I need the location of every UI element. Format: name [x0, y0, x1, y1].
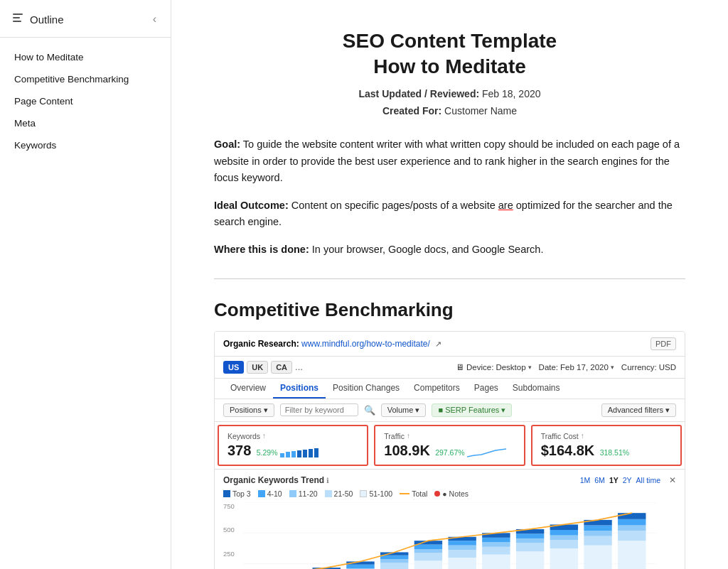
svg-rect-69: [618, 531, 646, 541]
legend-11-20: 11-20: [289, 489, 318, 498]
doc-title-line2: How to Meditate: [214, 54, 685, 80]
time-range-all[interactable]: All time: [636, 476, 660, 484]
volume-button[interactable]: Volume ▾: [381, 403, 427, 417]
y-label-500: 500: [223, 526, 235, 533]
positions-filter-button[interactable]: Positions ▾: [223, 403, 274, 417]
legend-11-20-label: 11-20: [299, 489, 318, 498]
positions-label: Positions ▾: [230, 406, 268, 415]
sidebar-item-page-content[interactable]: Page Content: [0, 90, 171, 112]
competitive-benchmarking-title: Competitive Benchmarking: [214, 299, 685, 321]
or-header: Organic Research: www.mindful.org/how-to…: [215, 332, 685, 357]
time-range-6m[interactable]: 6M: [594, 476, 605, 484]
svg-rect-8: [309, 449, 313, 457]
kpi-traffic-cost: Traffic Cost ↑ $164.8K 318.51%: [531, 425, 682, 466]
organic-research-url[interactable]: www.mindful.org/how-to-meditate/: [301, 339, 430, 349]
svg-rect-64: [584, 536, 611, 545]
doc-header: SEO Content Template How to Meditate Las…: [214, 28, 685, 119]
advanced-filters-button[interactable]: Advanced filters ▾: [601, 403, 676, 417]
kpi-traffic-cost-info: ↑: [581, 432, 584, 440]
svg-rect-71: [618, 519, 646, 525]
date-dropdown-arrow: ▾: [611, 364, 614, 371]
device-value: Desktop: [496, 363, 525, 372]
currency-selector: Currency: USD: [621, 363, 676, 372]
kpi-traffic-cost-value-row: $164.8K 318.51%: [541, 442, 672, 459]
kpi-traffic-label: Traffic ↑: [384, 432, 515, 440]
sidebar-item-meta[interactable]: Meta: [0, 112, 171, 134]
chart-title-row: Organic Keywords Trend ℹ 1M 6M 1Y 2Y All…: [223, 475, 676, 485]
svg-rect-72: [618, 513, 646, 519]
pdf-button[interactable]: PDF: [651, 337, 676, 350]
date-label: Date:: [539, 363, 559, 372]
time-range-1m[interactable]: 1M: [580, 476, 591, 484]
sidebar: Outline ‹ How to Meditate Competitive Be…: [0, 0, 171, 569]
date-value: Feb 17, 2020: [560, 363, 609, 372]
svg-rect-0: [13, 13, 23, 15]
y-axis-labels: 750 500 250 0: [223, 502, 235, 570]
chart-container: 750 500 250 0: [223, 502, 676, 570]
sidebar-collapse-button[interactable]: ‹: [150, 11, 159, 27]
sidebar-item-how-to-meditate[interactable]: How to Meditate: [0, 46, 171, 68]
tab-subdomains[interactable]: Subdomains: [505, 379, 567, 399]
svg-rect-3: [280, 453, 284, 457]
time-range-1y[interactable]: 1Y: [609, 476, 619, 484]
serp-features-button[interactable]: ■ SERP Features ▾: [432, 403, 512, 417]
tab-competitors[interactable]: Competitors: [407, 379, 467, 399]
outline-icon: [11, 11, 24, 27]
where-paragraph: Where this is done: In your browser, Goo…: [214, 242, 685, 258]
flag-uk-button[interactable]: UK: [247, 361, 268, 374]
doc-title-line1: SEO Content Template: [214, 28, 685, 54]
svg-rect-66: [584, 525, 611, 531]
last-updated-value: Feb 18, 2020: [482, 88, 541, 99]
legend-top3: Top 3: [223, 489, 251, 498]
or-tabs: Overview Positions Position Changes Comp…: [215, 379, 685, 399]
created-for-label: Created For:: [382, 105, 441, 116]
main-content: SEO Content Template How to Meditate Las…: [171, 0, 728, 569]
svg-rect-50: [482, 542, 510, 547]
currency-label: Currency:: [621, 363, 657, 372]
kpi-keywords: Keywords ↑ 378 5.29%: [218, 425, 368, 466]
tab-positions[interactable]: Positions: [273, 379, 326, 399]
kpi-keywords-value-row: 378 5.29%: [228, 442, 358, 459]
or-header-text: Organic Research: www.mindful.org/how-to…: [223, 339, 441, 349]
sidebar-nav: How to Meditate Competitive Benchmarking…: [0, 38, 171, 165]
tab-overview[interactable]: Overview: [223, 379, 273, 399]
where-text: In your browser, Google docs, and Google…: [312, 244, 544, 255]
svg-rect-2: [13, 21, 21, 22]
kpi-traffic-cost-change: 318.51%: [600, 448, 629, 457]
kpi-traffic-value: 108.9K: [384, 443, 430, 458]
chart-close-button[interactable]: ✕: [669, 475, 676, 485]
legend-21-50: 21-50: [325, 489, 353, 498]
kpi-traffic-cost-value: $164.8K: [541, 443, 595, 458]
chart-svg: [223, 502, 656, 570]
svg-rect-45: [448, 545, 476, 550]
tab-position-changes[interactable]: Position Changes: [326, 379, 407, 399]
where-label: Where this is done:: [214, 244, 309, 255]
legend-total-line: [400, 493, 410, 494]
time-range-2y[interactable]: 2Y: [623, 476, 632, 484]
date-selector[interactable]: Date: Feb 17, 2020 ▾: [539, 363, 614, 372]
flag-more-button[interactable]: ...: [295, 362, 303, 372]
legend-notes-label: ● Notes: [442, 489, 469, 498]
tab-pages[interactable]: Pages: [467, 379, 505, 399]
flag-us-button[interactable]: US: [223, 361, 244, 374]
svg-rect-60: [550, 535, 578, 540]
svg-rect-39: [414, 553, 442, 560]
last-updated-label: Last Updated / Reviewed:: [359, 88, 480, 99]
svg-rect-54: [516, 543, 544, 551]
sidebar-item-competitive-benchmarking[interactable]: Competitive Benchmarking: [0, 68, 171, 90]
device-selector[interactable]: 🖥 Device: Desktop ▾: [456, 363, 532, 372]
legend-top3-color: [223, 490, 230, 497]
svg-rect-9: [314, 448, 318, 457]
flag-ca-button[interactable]: CA: [271, 361, 292, 374]
keyword-filter-input[interactable]: [280, 403, 358, 416]
goal-text: To guide the website content writer with…: [214, 139, 680, 183]
svg-rect-49: [482, 546, 510, 554]
legend-51-100: 51-100: [360, 489, 392, 498]
svg-rect-56: [516, 533, 544, 538]
kpi-keywords-label: Keywords ↑: [228, 432, 358, 440]
legend-51-100-label: 51-100: [369, 489, 392, 498]
sidebar-item-keywords[interactable]: Keywords: [0, 134, 171, 156]
legend-4-10-color: [258, 490, 265, 497]
y-label-750: 750: [223, 502, 235, 510]
goal-label: Goal:: [214, 139, 240, 150]
